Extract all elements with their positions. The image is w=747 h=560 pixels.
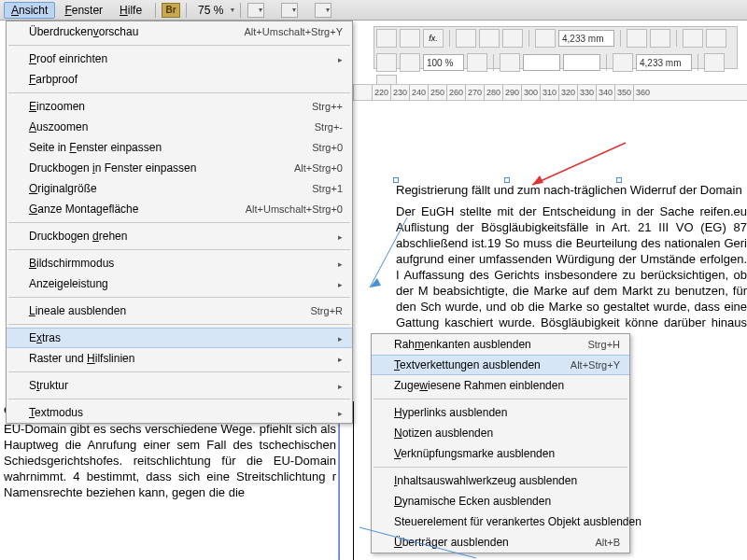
menu-item-label: Struktur (29, 379, 332, 392)
horizontal-ruler: 2202302402502602702802903003103203303403… (353, 84, 747, 101)
blank-field[interactable] (523, 54, 560, 71)
tb-sep (698, 54, 698, 71)
wrap-icon[interactable] (456, 29, 476, 48)
align-icon[interactable] (706, 29, 726, 48)
menu-hilfe[interactable]: Hilfe (112, 2, 149, 19)
menu-item-label: Ganze Montagefläche (29, 203, 246, 216)
menu-item[interactable]: AuszoomenStrg+- (7, 117, 352, 137)
grid-icon[interactable] (627, 29, 647, 48)
tb-icon[interactable] (704, 53, 725, 72)
menu-item-label: Druckbogen in Fenster einpassen (29, 161, 294, 175)
submenu-item-label: Verknüpfungsmarke ausblenden (394, 447, 620, 460)
ruler-tick: 310 (540, 85, 558, 100)
submenu-item[interactable]: Verknüpfungsmarke ausblenden (372, 443, 629, 464)
ruler-tick: 270 (465, 85, 484, 100)
menu-item[interactable]: Extras (7, 328, 352, 348)
submenu-item[interactable]: Textverkettungen ausblendenAlt+Strg+Y (372, 355, 629, 375)
menu-item[interactable]: Proof einrichten (7, 49, 352, 69)
menu-item[interactable]: Ganze MontageflächeAlt+Umschalt+Strg+0 (7, 199, 352, 219)
frame-handle[interactable] (616, 177, 622, 183)
arrange-button[interactable] (315, 3, 331, 18)
menu-item-label: Überdruckenvorschau (29, 25, 245, 38)
submenu-item[interactable]: Notizen ausblenden (372, 423, 629, 443)
pct-field[interactable]: 100 % (423, 54, 464, 71)
ruler-tick: 230 (390, 85, 409, 100)
wrap-icon[interactable] (502, 29, 523, 48)
menu-item[interactable]: Seite in Fenster einpassenStrg+0 (7, 137, 352, 158)
submenu-item[interactable]: Inhaltsauswahlwerkzeug ausblenden (372, 470, 629, 491)
menubar: Ansicht Fenster Hilfe Br 75 %▾ (0, 0, 747, 21)
measure-field[interactable]: 4,233 mm (636, 54, 692, 71)
menu-item[interactable]: Lineale ausblendenStrg+R (7, 301, 352, 321)
menu-item-label: Lineale ausblenden (29, 304, 310, 317)
menu-item[interactable]: Bildschirmmodus (7, 253, 352, 273)
submenu-item[interactable]: Dynamische Ecken ausblenden (372, 491, 629, 511)
tb-icon[interactable] (500, 53, 520, 72)
submenu-item-label: Zugewiesene Rahmen einblenden (394, 379, 620, 392)
measure-field[interactable]: 4,233 mm (558, 30, 614, 47)
ruler-tick: 290 (502, 85, 521, 100)
tb-icon[interactable] (376, 53, 397, 72)
view-options-button[interactable] (281, 3, 298, 18)
fx-icon[interactable]: fx. (423, 29, 444, 48)
menu-item[interactable]: OriginalgrößeStrg+1 (7, 178, 352, 199)
menu-shortcut: Alt+Strg+Y (571, 359, 620, 371)
menu-item[interactable]: Druckbogen drehen (7, 226, 352, 246)
tb-icon[interactable] (400, 53, 420, 72)
crop-icon[interactable] (535, 29, 556, 48)
tb-icon[interactable] (467, 53, 487, 72)
frame-handle[interactable] (504, 177, 510, 183)
menu-item[interactable]: Druckbogen in Fenster einpassenAlt+Strg+… (7, 158, 352, 178)
menu-shortcut: Strg+R (310, 305, 343, 316)
menu-item-label: Raster und Hilfslinien (29, 352, 332, 365)
blank-field[interactable] (563, 54, 600, 71)
submenu-item[interactable]: Steuerelement für verankertes Objekt aus… (372, 511, 629, 532)
align-icon[interactable] (683, 29, 703, 48)
tb-icon[interactable] (400, 29, 420, 48)
submenu-item[interactable]: Überträger ausblendenAlt+B (372, 532, 629, 553)
submenu-item-label: Textverkettungen ausblenden (394, 358, 571, 371)
tb-sep (606, 54, 607, 71)
doc-paragraph: EU-Domain gibt es sechs verschiedene Weg… (4, 421, 336, 500)
ruler-tick: 340 (596, 85, 614, 100)
submenu-item[interactable]: Rahmenkanten ausblendenStrg+H (372, 334, 629, 355)
bridge-button[interactable]: Br (162, 3, 180, 18)
frame-handle[interactable] (393, 177, 399, 183)
menu-ansicht[interactable]: Ansicht (4, 2, 55, 19)
canvas-whitespace (353, 101, 747, 175)
menu-shortcut: Strg++ (312, 101, 343, 112)
menu-item[interactable]: Raster und Hilfslinien (7, 348, 352, 369)
tb-icon[interactable] (613, 53, 633, 72)
menu-item[interactable]: Textmodus (7, 402, 352, 423)
menu-item-label: Anzeigeleistung (29, 277, 332, 290)
menu-separator (374, 399, 627, 399)
menu-fenster[interactable]: Fenster (57, 2, 110, 19)
submenu-arrow-icon (332, 277, 343, 290)
zoom-field[interactable]: 75 % (192, 4, 229, 17)
ruler-tick: 220 (372, 85, 390, 100)
document-text-frame[interactable]: Registrierung fällt und zum nach-träglic… (396, 182, 747, 348)
menu-item[interactable]: Anzeigeleistung (7, 273, 352, 294)
menu-item[interactable]: Farbproof (7, 69, 352, 90)
menu-item-label: Proof einrichten (29, 52, 332, 65)
ruler-tick: 320 (558, 85, 577, 100)
menubar-sep (186, 3, 187, 18)
menu-item[interactable]: EinzoomenStrg++ (7, 96, 352, 117)
screen-mode-button[interactable] (247, 3, 264, 18)
grid-icon[interactable] (650, 29, 670, 48)
menu-separator (8, 92, 350, 93)
margin-guide (338, 401, 340, 560)
submenu-item[interactable]: Zugewiesene Rahmen einblenden (372, 375, 629, 396)
submenu-arrow-icon (332, 230, 343, 243)
submenu-item-label: Überträger ausblenden (394, 536, 595, 549)
wrap-icon[interactable] (479, 29, 500, 48)
menu-shortcut: Alt+Umschalt+Strg+Y (245, 26, 343, 37)
submenu-item-label: Inhaltsauswahlwerkzeug ausblenden (394, 474, 620, 487)
submenu-item[interactable]: Hyperlinks ausblenden (372, 402, 629, 423)
menu-separator (8, 297, 350, 298)
menu-item[interactable]: Struktur (7, 375, 352, 396)
svg-marker-3 (370, 278, 381, 287)
menu-item[interactable]: ÜberdruckenvorschauAlt+Umschalt+Strg+Y (7, 21, 352, 42)
ansicht-menu: ÜberdruckenvorschauAlt+Umschalt+Strg+YPr… (6, 21, 353, 424)
tb-icon[interactable] (376, 29, 397, 48)
